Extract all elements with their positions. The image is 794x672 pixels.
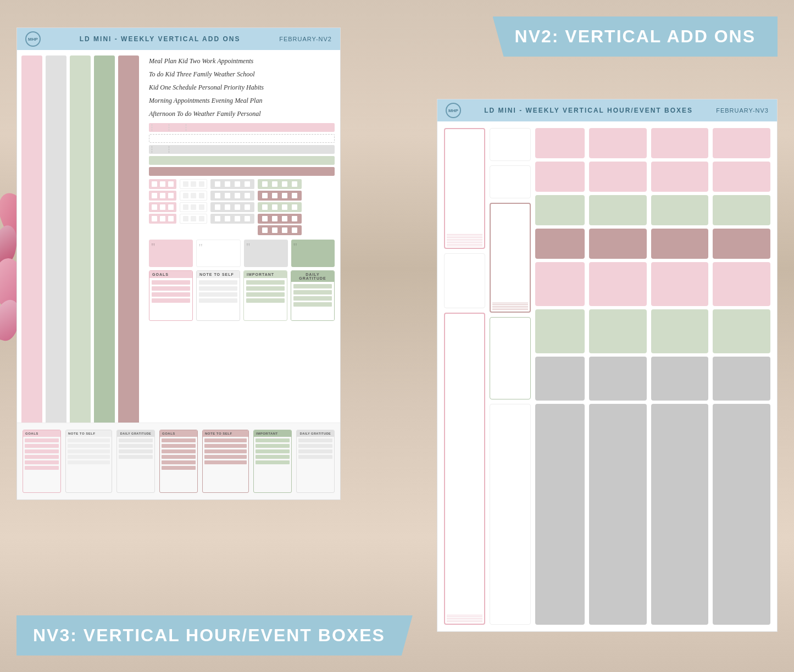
- small-important-box: IMPORTANT: [253, 430, 292, 493]
- stripe-gray: [46, 55, 66, 439]
- quote-box-pink: ": [149, 240, 193, 267]
- nv3-col-5: [651, 128, 709, 625]
- checkbox-stickers: [149, 179, 335, 235]
- small-goals-box-2: GOALS: [159, 430, 198, 493]
- nv3-solid-pink-2: [535, 162, 585, 192]
- nv3-col-2: [490, 128, 531, 625]
- nv3-solid-gray-5: [651, 357, 709, 401]
- quote-box-sage: ": [291, 240, 335, 267]
- nv2-header: MHP LD MINI - WEEKLY VERTICAL ADD ONS FE…: [17, 28, 340, 50]
- nv2-stickers-area: Meal Plan Kid Two Work Appointments To d…: [143, 50, 340, 445]
- nv2-logo: MHP: [25, 31, 41, 47]
- nv2-title: LD MINI - WEEKLY VERTICAL ADD ONS: [80, 35, 241, 43]
- nv3-solid-mauve-1: [535, 229, 585, 259]
- nv3-solid-sage-5: [651, 195, 709, 225]
- text-labels: Meal Plan Kid Two Work Appointments To d…: [149, 54, 335, 120]
- nv3-grid: [437, 121, 777, 631]
- nv3-solid-mauve-4: [713, 229, 770, 259]
- nv3-solid-pink-5: [589, 162, 647, 192]
- nv2-date: FEBRUARY-NV2: [279, 36, 332, 42]
- nv3-header: MHP LD MINI - WEEKLY VERTICAL HOUR/EVENT…: [437, 99, 777, 121]
- nv3-col-4: [589, 128, 647, 625]
- nv3-col-3: [535, 128, 585, 625]
- stripe-sage: [70, 55, 91, 439]
- small-note-box: NOTE TO SELF: [65, 430, 112, 493]
- nv3-col-1: [444, 128, 485, 625]
- goals-box: GOALS: [149, 270, 193, 321]
- nv2-stripes: [17, 50, 143, 445]
- note-to-self-box: NOTE TO SELF: [196, 270, 240, 321]
- nv3-solid-gray-8: [713, 404, 770, 625]
- nv3-solid-sage-1: [535, 195, 585, 225]
- nv3-box-white-1: [444, 253, 485, 308]
- nv3-solid-gray-7: [713, 357, 770, 401]
- nv3-solid-gray-4: [589, 404, 647, 625]
- nv3-solid-sage-7: [713, 195, 770, 225]
- nv3-solid-gray-1: [535, 357, 585, 401]
- quote-boxes: " " " ": [149, 240, 335, 267]
- nv2-body: Meal Plan Kid Two Work Appointments To d…: [17, 50, 340, 445]
- nv3-solid-gray-6: [651, 404, 709, 625]
- small-goals-box-1: GOALS: [23, 430, 61, 493]
- stripe-pink: [21, 55, 42, 439]
- nv3-date: FEBRUARY-NV3: [716, 107, 769, 114]
- quote-box-gray: ": [244, 240, 288, 267]
- stripe-dark-sage: [94, 55, 115, 439]
- nv3-col-6: [713, 128, 770, 625]
- nv3-title: LD MINI - WEEKLY VERTICAL HOUR/EVENT BOX…: [484, 107, 693, 114]
- nv3-lined-box-pink-1: [444, 128, 485, 249]
- nv2-bottom-row: GOALS NOTE TO SELF DAILY: [17, 423, 340, 499]
- nv3-solid-pink-10: [713, 128, 770, 158]
- nv3-box-white-3: [490, 165, 531, 198]
- quote-box-white: ": [196, 240, 241, 267]
- nv3-banner: NV3: VERTICAL HOUR/EVENT BOXES: [16, 615, 413, 656]
- nv3-solid-pink-6: [589, 262, 647, 306]
- nv3-box-white-2: [490, 128, 531, 161]
- nv3-solid-pink-4: [589, 128, 647, 158]
- nv3-solid-pink-11: [713, 162, 770, 192]
- nv2-banner-text: NV2: VERTICAL ADD ONS: [515, 26, 756, 46]
- sheet-nv3: MHP LD MINI - WEEKLY VERTICAL HOUR/EVENT…: [437, 99, 778, 632]
- nv3-banner-text: NV3: VERTICAL HOUR/EVENT BOXES: [33, 625, 385, 645]
- nv3-solid-pink-8: [651, 162, 709, 192]
- nv3-box-white-4: [490, 404, 531, 625]
- daily-gratitude-box: DAILY GRATITUDE: [291, 270, 335, 321]
- nv3-solid-pink-9: [651, 262, 709, 306]
- stripe-mauve: [118, 55, 139, 439]
- nv3-solid-mauve-3: [651, 229, 709, 259]
- important-box: IMPORTANT: [243, 270, 287, 321]
- nv3-lined-box-pink-2: [444, 313, 485, 625]
- goal-boxes: GOALS NOTE TO SELF: [149, 270, 335, 321]
- nv3-solid-sage-3: [589, 195, 647, 225]
- nv3-solid-sage-4: [589, 309, 647, 353]
- small-note-box-2: NOTE TO SELF: [202, 430, 249, 493]
- nv3-solid-pink-1: [535, 128, 585, 158]
- small-gratitude-box: DAILY GRATITUDE: [116, 430, 155, 493]
- nv3-solid-sage-6: [651, 309, 709, 353]
- sheet-nv2: MHP LD MINI - WEEKLY VERTICAL ADD ONS FE…: [16, 27, 341, 500]
- small-gratitude-box-2: DAILY GRATITUDE: [296, 430, 335, 493]
- nv3-solid-pink-12: [713, 262, 770, 306]
- nv3-solid-pink-3: [535, 262, 585, 306]
- nv3-solid-mauve-2: [589, 229, 647, 259]
- dashed-strips: [149, 123, 335, 176]
- nv3-lined-box-mauve: [490, 203, 531, 313]
- nv3-box-sage-1: [490, 317, 531, 399]
- nv2-banner: NV2: VERTICAL ADD ONS: [493, 16, 778, 57]
- nv3-logo: MHP: [446, 103, 461, 118]
- nv3-solid-sage-2: [535, 309, 585, 353]
- nv3-solid-pink-7: [651, 128, 709, 158]
- nv3-solid-gray-2: [535, 404, 585, 625]
- nv3-solid-sage-8: [713, 309, 770, 353]
- nv3-solid-gray-3: [589, 357, 647, 401]
